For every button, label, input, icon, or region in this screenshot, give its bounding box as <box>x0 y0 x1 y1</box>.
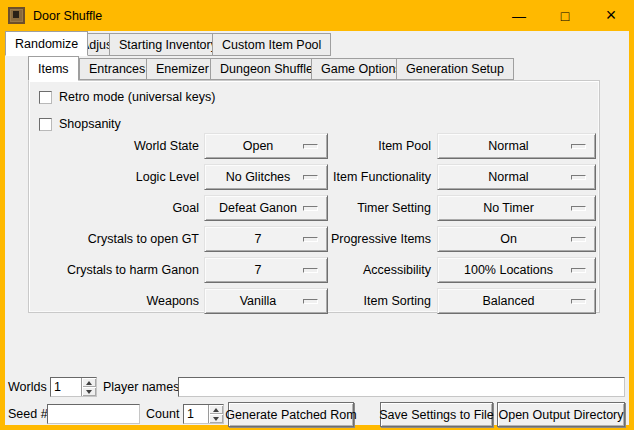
tab-custom-item-pool[interactable]: Custom Item Pool <box>212 33 331 56</box>
dropdown-indicator-icon <box>571 268 586 273</box>
window-controls: — □ × <box>496 0 634 31</box>
shopsanity-checkbox[interactable] <box>39 118 52 131</box>
count-value: 1 <box>184 405 208 423</box>
open-output-directory-button[interactable]: Open Output Directory <box>497 402 625 427</box>
count-spinner-buttons <box>208 405 223 423</box>
item-pool-value: Normal <box>488 139 528 153</box>
progressive-items-value: On <box>500 232 517 246</box>
retro-mode-checkbox[interactable] <box>39 91 52 104</box>
count-spinner[interactable]: 1 <box>183 404 224 424</box>
dropdown-indicator-icon <box>571 237 586 242</box>
dropdown-indicator-icon <box>571 206 586 211</box>
accessibility-value: 100% Locations <box>464 263 553 277</box>
timer-setting-dropdown[interactable]: No Timer <box>437 195 596 221</box>
maximize-button[interactable]: □ <box>542 0 588 31</box>
dropdown-indicator-icon <box>571 175 586 180</box>
tab-randomize[interactable]: Randomize <box>5 31 88 56</box>
tab-starting-inventory[interactable]: Starting Inventory <box>109 33 227 56</box>
retro-mode-label: Retro mode (universal keys) <box>59 90 215 104</box>
arrow-up-icon <box>86 381 92 385</box>
worlds-label: Worlds <box>8 377 47 397</box>
retro-mode-checkbox-row: Retro mode (universal keys) <box>39 90 215 104</box>
spin-down-button[interactable] <box>209 414 223 423</box>
client-area: Randomize Adjust Starting Inventory Cust… <box>5 31 629 425</box>
worlds-spinner-buttons <box>81 378 96 396</box>
worlds-value: 1 <box>51 378 81 396</box>
seed-label: Seed # <box>8 404 48 424</box>
seed-input[interactable] <box>47 404 140 424</box>
tab-generation-setup[interactable]: Generation Setup <box>396 58 514 80</box>
app-icon <box>8 7 25 24</box>
accessibility-dropdown[interactable]: 100% Locations <box>437 257 596 283</box>
goal-label: Goal <box>31 195 199 221</box>
item-pool-label: Item Pool <box>299 133 431 159</box>
item-functionality-value: Normal <box>488 170 528 184</box>
item-functionality-dropdown[interactable]: Normal <box>437 164 596 190</box>
item-sorting-dropdown[interactable]: Balanced <box>437 288 596 314</box>
item-sorting-value: Balanced <box>482 294 534 308</box>
world-state-label: World State <box>31 133 199 159</box>
count-label: Count <box>146 404 179 424</box>
progressive-items-label: Progressive Items <box>299 226 431 252</box>
app-window: Door Shuffle — □ × Randomize Adjust Star… <box>0 0 634 430</box>
arrow-down-icon <box>213 417 219 421</box>
crystals-harm-ganon-value: 7 <box>255 263 262 277</box>
weapons-label: Weapons <box>31 288 199 314</box>
crystals-open-gt-label: Crystals to open GT <box>31 226 199 252</box>
spin-up-button[interactable] <box>82 378 96 387</box>
shopsanity-label: Shopsanity <box>59 117 121 131</box>
spin-down-button[interactable] <box>82 387 96 396</box>
save-settings-button[interactable]: Save Settings to File <box>380 402 493 427</box>
tab-items[interactable]: Items <box>28 56 79 81</box>
dropdown-indicator-icon <box>571 144 586 149</box>
logic-level-value: No Glitches <box>226 170 291 184</box>
world-state-value: Open <box>243 139 274 153</box>
accessibility-label: Accessibility <box>299 257 431 283</box>
title-bar[interactable]: Door Shuffle — □ × <box>0 0 634 31</box>
close-button[interactable]: × <box>588 0 634 31</box>
item-pool-dropdown[interactable]: Normal <box>437 133 596 159</box>
timer-setting-label: Timer Setting <box>299 195 431 221</box>
tab-enemizer[interactable]: Enemizer <box>146 58 219 80</box>
goal-value: Defeat Ganon <box>219 201 297 215</box>
player-names-label: Player names <box>103 377 179 397</box>
tab-dungeon-shuffle[interactable]: Dungeon Shuffle <box>210 58 323 80</box>
timer-setting-value: No Timer <box>483 201 534 215</box>
generate-patched-rom-button[interactable]: Generate Patched Rom <box>228 402 354 427</box>
logic-level-label: Logic Level <box>31 164 199 190</box>
dropdown-indicator-icon <box>571 299 586 304</box>
minimize-button[interactable]: — <box>496 0 542 31</box>
weapons-value: Vanilla <box>240 294 277 308</box>
worlds-spinner[interactable]: 1 <box>50 377 97 397</box>
shopsanity-checkbox-row: Shopsanity <box>39 117 121 131</box>
player-names-input[interactable] <box>178 377 625 397</box>
spin-up-button[interactable] <box>209 405 223 414</box>
item-functionality-label: Item Functionality <box>299 164 431 190</box>
item-sorting-label: Item Sorting <box>299 288 431 314</box>
tab-entrances[interactable]: Entrances <box>79 58 155 80</box>
arrow-down-icon <box>86 390 92 394</box>
crystals-open-gt-value: 7 <box>255 232 262 246</box>
arrow-up-icon <box>213 408 219 412</box>
progressive-items-dropdown[interactable]: On <box>437 226 596 252</box>
crystals-harm-ganon-label: Crystals to harm Ganon <box>31 257 199 283</box>
window-title: Door Shuffle <box>33 9 102 23</box>
items-pane: Retro mode (universal keys) Shopsanity W… <box>28 80 600 313</box>
